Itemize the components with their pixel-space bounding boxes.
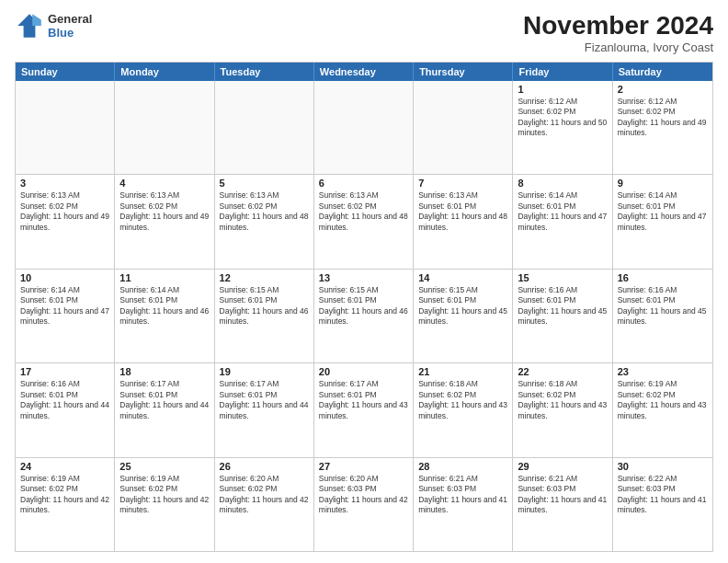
day-cell-29: 29Sunrise: 6:21 AMSunset: 6:03 PMDayligh… <box>513 458 612 551</box>
day-number: 16 <box>618 272 708 283</box>
cell-info: Sunrise: 6:14 AMSunset: 6:01 PMDaylight:… <box>20 285 109 327</box>
month-title: November 2024 <box>523 11 713 40</box>
header-day-saturday: Saturday <box>613 63 712 81</box>
day-cell-4: 4Sunrise: 6:13 AMSunset: 6:02 PMDaylight… <box>115 175 214 268</box>
logo-text: General Blue <box>48 12 92 40</box>
cell-info: Sunrise: 6:17 AMSunset: 6:01 PMDaylight:… <box>220 379 309 421</box>
day-cell-15: 15Sunrise: 6:16 AMSunset: 6:01 PMDayligh… <box>513 270 612 362</box>
day-number: 6 <box>319 178 408 189</box>
header-day-wednesday: Wednesday <box>314 63 414 81</box>
day-cell-6: 6Sunrise: 6:13 AMSunset: 6:02 PMDaylight… <box>314 175 414 268</box>
cell-info: Sunrise: 6:19 AMSunset: 6:02 PMDaylight:… <box>618 379 708 421</box>
day-number: 10 <box>20 272 109 283</box>
day-cell-30: 30Sunrise: 6:22 AMSunset: 6:03 PMDayligh… <box>613 458 712 551</box>
cell-info: Sunrise: 6:20 AMSunset: 6:03 PMDaylight:… <box>319 474 408 516</box>
page: General Blue November 2024 Fizanlouma, I… <box>0 0 728 563</box>
cell-info: Sunrise: 6:13 AMSunset: 6:02 PMDaylight:… <box>20 190 109 233</box>
logo-icon <box>15 11 44 40</box>
day-number: 11 <box>119 272 209 283</box>
empty-cell <box>314 81 414 174</box>
day-cell-13: 13Sunrise: 6:15 AMSunset: 6:01 PMDayligh… <box>314 270 414 362</box>
header-day-thursday: Thursday <box>414 63 513 81</box>
cell-info: Sunrise: 6:13 AMSunset: 6:02 PMDaylight:… <box>220 190 309 233</box>
cell-info: Sunrise: 6:14 AMSunset: 6:01 PMDaylight:… <box>518 190 607 233</box>
header-day-friday: Friday <box>513 63 612 81</box>
day-cell-8: 8Sunrise: 6:14 AMSunset: 6:01 PMDaylight… <box>513 175 612 268</box>
cell-info: Sunrise: 6:18 AMSunset: 6:02 PMDaylight:… <box>518 379 607 421</box>
day-cell-17: 17Sunrise: 6:16 AMSunset: 6:01 PMDayligh… <box>16 363 115 456</box>
calendar: SundayMondayTuesdayWednesdayThursdayFrid… <box>15 62 713 552</box>
day-cell-11: 11Sunrise: 6:14 AMSunset: 6:01 PMDayligh… <box>115 270 214 362</box>
day-number: 8 <box>518 178 607 189</box>
cell-info: Sunrise: 6:15 AMSunset: 6:01 PMDaylight:… <box>418 285 507 327</box>
day-cell-25: 25Sunrise: 6:19 AMSunset: 6:02 PMDayligh… <box>115 458 214 551</box>
cell-info: Sunrise: 6:16 AMSunset: 6:01 PMDaylight:… <box>518 285 607 327</box>
day-cell-18: 18Sunrise: 6:17 AMSunset: 6:01 PMDayligh… <box>115 363 214 456</box>
week-row-3: 10Sunrise: 6:14 AMSunset: 6:01 PMDayligh… <box>16 270 712 363</box>
day-cell-7: 7Sunrise: 6:13 AMSunset: 6:01 PMDaylight… <box>414 175 513 268</box>
cell-info: Sunrise: 6:13 AMSunset: 6:02 PMDaylight:… <box>319 190 408 233</box>
day-cell-10: 10Sunrise: 6:14 AMSunset: 6:01 PMDayligh… <box>16 270 115 362</box>
cell-info: Sunrise: 6:20 AMSunset: 6:02 PMDaylight:… <box>220 474 309 516</box>
day-cell-24: 24Sunrise: 6:19 AMSunset: 6:02 PMDayligh… <box>16 458 115 551</box>
cell-info: Sunrise: 6:19 AMSunset: 6:02 PMDaylight:… <box>20 474 109 516</box>
day-number: 19 <box>220 366 309 377</box>
cell-info: Sunrise: 6:13 AMSunset: 6:01 PMDaylight:… <box>418 190 507 233</box>
cell-info: Sunrise: 6:14 AMSunset: 6:01 PMDaylight:… <box>618 190 708 233</box>
day-cell-2: 2Sunrise: 6:12 AMSunset: 6:02 PMDaylight… <box>613 81 712 174</box>
day-number: 3 <box>20 178 109 189</box>
day-number: 13 <box>319 272 408 283</box>
svg-marker-1 <box>32 14 41 26</box>
empty-cell <box>414 81 513 174</box>
day-number: 25 <box>119 461 209 472</box>
day-number: 20 <box>319 366 408 377</box>
day-cell-23: 23Sunrise: 6:19 AMSunset: 6:02 PMDayligh… <box>613 363 712 456</box>
day-number: 23 <box>618 366 708 377</box>
empty-cell <box>215 81 314 174</box>
cell-info: Sunrise: 6:21 AMSunset: 6:03 PMDaylight:… <box>418 474 507 516</box>
week-row-5: 24Sunrise: 6:19 AMSunset: 6:02 PMDayligh… <box>16 458 712 551</box>
day-number: 28 <box>418 461 507 472</box>
cell-info: Sunrise: 6:14 AMSunset: 6:01 PMDaylight:… <box>119 285 209 327</box>
day-number: 21 <box>418 366 507 377</box>
header-day-tuesday: Tuesday <box>215 63 314 81</box>
day-number: 5 <box>220 178 309 189</box>
cell-info: Sunrise: 6:17 AMSunset: 6:01 PMDaylight:… <box>119 379 209 421</box>
cell-info: Sunrise: 6:16 AMSunset: 6:01 PMDaylight:… <box>20 379 109 421</box>
day-number: 27 <box>319 461 408 472</box>
day-cell-28: 28Sunrise: 6:21 AMSunset: 6:03 PMDayligh… <box>414 458 513 551</box>
day-cell-20: 20Sunrise: 6:17 AMSunset: 6:01 PMDayligh… <box>314 363 414 456</box>
day-number: 2 <box>618 84 708 95</box>
day-number: 26 <box>220 461 309 472</box>
calendar-header: SundayMondayTuesdayWednesdayThursdayFrid… <box>16 63 712 81</box>
location: Fizanlouma, Ivory Coast <box>523 40 713 54</box>
empty-cell <box>16 81 115 174</box>
cell-info: Sunrise: 6:12 AMSunset: 6:02 PMDaylight:… <box>618 97 708 139</box>
day-number: 4 <box>119 178 209 189</box>
week-row-2: 3Sunrise: 6:13 AMSunset: 6:02 PMDaylight… <box>16 175 712 269</box>
day-cell-14: 14Sunrise: 6:15 AMSunset: 6:01 PMDayligh… <box>414 270 513 362</box>
day-number: 1 <box>518 84 607 95</box>
day-number: 12 <box>220 272 309 283</box>
day-number: 22 <box>518 366 607 377</box>
logo: General Blue <box>15 11 92 40</box>
day-cell-9: 9Sunrise: 6:14 AMSunset: 6:01 PMDaylight… <box>613 175 712 268</box>
header-day-monday: Monday <box>115 63 214 81</box>
day-cell-3: 3Sunrise: 6:13 AMSunset: 6:02 PMDaylight… <box>16 175 115 268</box>
title-area: November 2024 Fizanlouma, Ivory Coast <box>523 11 713 54</box>
day-cell-19: 19Sunrise: 6:17 AMSunset: 6:01 PMDayligh… <box>215 363 314 456</box>
cell-info: Sunrise: 6:18 AMSunset: 6:02 PMDaylight:… <box>418 379 507 421</box>
day-cell-16: 16Sunrise: 6:16 AMSunset: 6:01 PMDayligh… <box>613 270 712 362</box>
cell-info: Sunrise: 6:17 AMSunset: 6:01 PMDaylight:… <box>319 379 408 421</box>
cell-info: Sunrise: 6:19 AMSunset: 6:02 PMDaylight:… <box>119 474 209 516</box>
day-cell-21: 21Sunrise: 6:18 AMSunset: 6:02 PMDayligh… <box>414 363 513 456</box>
day-cell-27: 27Sunrise: 6:20 AMSunset: 6:03 PMDayligh… <box>314 458 414 551</box>
day-number: 17 <box>20 366 109 377</box>
cell-info: Sunrise: 6:21 AMSunset: 6:03 PMDaylight:… <box>518 474 607 516</box>
day-number: 14 <box>418 272 507 283</box>
day-number: 24 <box>20 461 109 472</box>
cell-info: Sunrise: 6:12 AMSunset: 6:02 PMDaylight:… <box>518 97 607 139</box>
day-number: 29 <box>518 461 607 472</box>
cell-info: Sunrise: 6:15 AMSunset: 6:01 PMDaylight:… <box>220 285 309 327</box>
empty-cell <box>115 81 214 174</box>
